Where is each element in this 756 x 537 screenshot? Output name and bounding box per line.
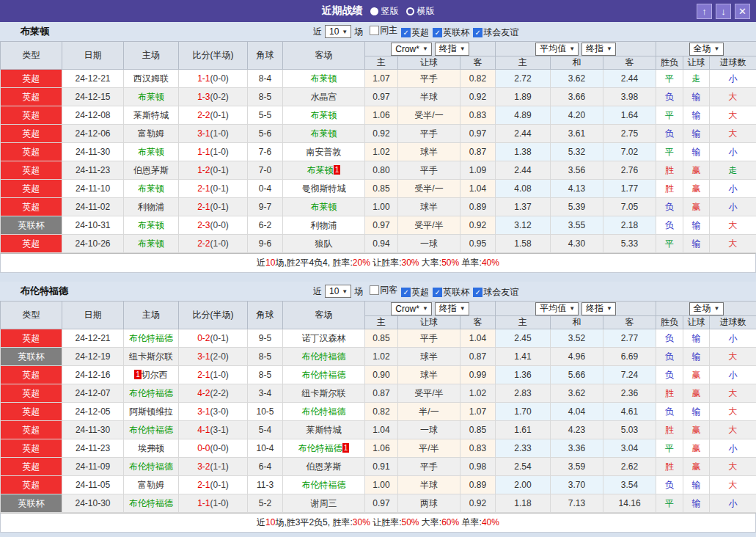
team-name[interactable]: 埃弗顿 [138,443,164,453]
match-row[interactable]: 英超 24-12-21 西汉姆联 1-1(0-0) 8-4 布莱顿 1.07 平… [1,70,756,88]
home-team[interactable]: 布莱顿 [124,180,179,198]
team-name[interactable]: 纽卡斯尔联 [302,388,346,398]
bookmaker-select[interactable]: Crow*▼ [391,302,432,315]
away-team[interactable]: 纽卡斯尔联 [283,384,365,403]
filter-checkbox-1[interactable]: ✓英超 [401,26,429,39]
team-name[interactable]: 伯恩茅斯 [133,165,169,175]
team-name[interactable]: 布伦特福德 [302,480,346,490]
team-name[interactable]: 布伦特福德 [302,351,346,362]
away-team[interactable]: 谢周三 [283,494,365,513]
odds-stage-select[interactable]: 终指▼ [435,302,469,315]
average-select[interactable]: 平均值▼ [535,43,579,56]
match-row[interactable]: 英联杯 24-10-30 布伦特福德 1-1(1-0) 5-2 谢周三 0.97… [1,494,756,513]
move-up-button[interactable]: ↑ [697,4,712,19]
home-team[interactable]: 布莱顿 [124,235,179,253]
home-team[interactable]: 伯恩茅斯 [124,161,179,180]
match-row[interactable]: 英超 24-12-21 布伦特福德 0-2(0-1) 9-5 诺丁汉森林 0.8… [1,329,756,348]
match-row[interactable]: 英超 24-12-05 阿斯顿维拉 3-1(3-0) 10-5 布伦特福德 0.… [1,403,756,421]
period-select[interactable]: 全场▼ [689,43,724,56]
team-name[interactable]: 布莱顿 [138,147,164,157]
team-name[interactable]: 布莱顿 [311,202,337,212]
checkbox-checked-icon[interactable]: ✓ [473,288,482,297]
match-row[interactable]: 英超 24-12-15 布莱顿 1-3(0-2) 8-5 水晶宫 0.97 半球… [1,88,756,106]
close-button[interactable]: ✕ [735,4,750,19]
home-team[interactable]: 布伦特福德 [124,384,179,403]
team-name[interactable]: 布莱顿 [311,110,337,120]
away-team[interactable]: 布伦特福德 [283,366,365,384]
period-select[interactable]: 全场▼ [689,302,724,315]
radio-unselected-icon[interactable] [406,7,414,15]
away-team[interactable]: 布伦特福德 [283,476,365,494]
home-team[interactable]: 布莱顿 [124,216,179,235]
home-team[interactable]: 西汉姆联 [124,70,179,88]
team-name[interactable]: 布伦特福德 [129,388,173,398]
team-name[interactable]: 布伦特福德 [129,498,173,508]
home-team[interactable]: 埃弗顿 [124,439,179,458]
checkbox-unchecked-icon[interactable] [370,26,379,35]
team-name[interactable]: 布伦特福德 [129,461,173,472]
away-team[interactable]: 莱斯特城 [283,421,365,439]
home-team[interactable]: 布莱顿 [124,143,179,161]
match-count-select[interactable]: 10 ▼ [325,25,351,38]
home-team[interactable]: 布伦特福德 [124,458,179,476]
odds-stage-select[interactable]: 终指▼ [581,302,616,315]
away-team[interactable]: 水晶宫 [283,88,365,106]
team-name[interactable]: 纽卡斯尔联 [129,351,173,362]
radio-selected-icon[interactable] [370,7,378,15]
team-name[interactable]: 利物浦 [138,202,164,212]
checkbox-checked-icon[interactable]: ✓ [401,288,411,297]
checkbox-checked-icon[interactable]: ✓ [433,28,442,37]
match-row[interactable]: 英超 24-12-06 富勒姆 3-1(1-0) 5-6 布莱顿 0.92 平手… [1,125,756,143]
away-team[interactable]: 布莱顿 [283,198,365,216]
away-team[interactable]: 布伦特福德 [283,403,365,421]
team-name[interactable]: 布莱顿 [311,128,337,139]
match-row[interactable]: 英超 24-11-09 布伦特福德 3-2(1-1) 6-4 伯恩茅斯 0.91… [1,458,756,476]
match-row[interactable]: 英超 24-11-10 布莱顿 2-1(0-1) 0-4 曼彻斯特城 0.85 … [1,180,756,198]
team-name[interactable]: 布莱顿 [138,238,164,249]
team-name[interactable]: 莱斯特城 [133,110,169,120]
home-team[interactable]: 富勒姆 [124,476,179,494]
home-team[interactable]: 1切尔西 [124,366,179,384]
team-name[interactable]: 布伦特福德 [129,425,173,435]
match-row[interactable]: 英超 24-12-07 布伦特福德 4-2(2-2) 3-4 纽卡斯尔联 0.8… [1,384,756,403]
team-name[interactable]: 布伦特福德 [302,406,346,417]
filter-checkbox-2[interactable]: ✓英联杯 [433,26,469,39]
away-team[interactable]: 布莱顿 [283,125,365,143]
filter-checkbox-3[interactable]: ✓球会友谊 [473,26,518,39]
away-team[interactable]: 布莱顿1 [283,161,365,180]
away-team[interactable]: 布莱顿 [283,106,365,125]
away-team[interactable]: 布伦特福德 [283,348,365,366]
checkbox-checked-icon[interactable]: ✓ [401,28,411,37]
match-row[interactable]: 英超 24-12-08 莱斯特城 2-2(0-1) 5-5 布莱顿 1.06 受… [1,106,756,125]
team-name[interactable]: 布伦特福德 [129,333,173,343]
odds-stage-select[interactable]: 终指▼ [581,43,616,56]
away-team[interactable]: 南安普敦 [283,143,365,161]
team-name[interactable]: 富勒姆 [138,128,164,139]
team-name[interactable]: 西汉姆联 [133,73,169,84]
team-name[interactable]: 诺丁汉森林 [302,333,346,343]
move-down-button[interactable]: ↓ [716,4,731,19]
team-name[interactable]: 狼队 [315,238,333,249]
home-team[interactable]: 阿斯顿维拉 [124,403,179,421]
away-team[interactable]: 诺丁汉森林 [283,329,365,348]
team-name[interactable]: 伯恩茅斯 [307,461,342,472]
match-row[interactable]: 英超 24-11-30 布伦特福德 4-1(3-1) 5-4 莱斯特城 1.04… [1,421,756,439]
checkbox-unchecked-icon[interactable] [370,285,379,295]
layout-option-vertical[interactable]: 竖版 [370,5,399,18]
match-row[interactable]: 英联杯 24-10-31 布莱顿 2-3(0-0) 6-2 利物浦 0.97 受… [1,216,756,235]
match-row[interactable]: 英超 24-11-23 伯恩茅斯 1-2(0-1) 7-0 布莱顿1 0.80 … [1,161,756,180]
away-team[interactable]: 狼队 [283,235,365,253]
team-name[interactable]: 布莱顿 [307,165,334,175]
home-team[interactable]: 布伦特福德 [124,421,179,439]
bookmaker-select[interactable]: Crow*▼ [391,43,432,56]
filter-checkbox-3[interactable]: ✓球会友谊 [473,286,518,299]
home-team[interactable]: 莱斯特城 [124,106,179,125]
filter-checkbox-2[interactable]: ✓英联杯 [433,286,469,299]
match-row[interactable]: 英超 24-11-30 布莱顿 1-1(1-0) 7-6 南安普敦 1.02 球… [1,143,756,161]
match-row[interactable]: 英超 24-11-05 富勒姆 2-1(0-1) 11-3 布伦特福德 1.00… [1,476,756,494]
away-team[interactable]: 布伦特福德1 [283,439,365,458]
odds-stage-select[interactable]: 终指▼ [435,43,469,56]
team-name[interactable]: 利物浦 [311,220,337,230]
match-row[interactable]: 英超 24-12-16 1切尔西 2-1(1-0) 8-5 布伦特福德 0.90… [1,366,756,384]
team-name[interactable]: 切尔西 [142,370,168,380]
